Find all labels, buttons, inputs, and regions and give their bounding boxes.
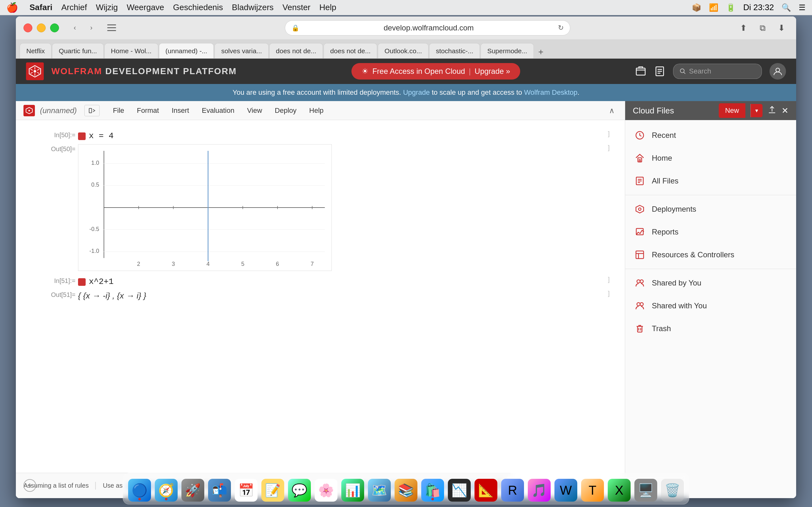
dock-launchpad[interactable]: 🚀 — [182, 479, 204, 502]
add-cell-button[interactable]: + — [23, 479, 36, 492]
dock-ibooks[interactable]: 📚 — [395, 479, 417, 502]
dock-photos[interactable]: 🌸 — [315, 479, 338, 502]
reports-icon — [634, 226, 646, 238]
app-name[interactable]: Safari — [30, 3, 52, 12]
dock-numbers[interactable]: 📊 — [341, 479, 364, 502]
cf-item-resources[interactable]: Resources & Controllers — [625, 243, 796, 266]
search-icon[interactable]: 🔍 — [781, 3, 791, 12]
user-avatar-button[interactable] — [769, 63, 786, 79]
menu-help[interactable]: Help — [319, 3, 336, 12]
upload-button[interactable] — [768, 105, 776, 116]
cf-divider-1 — [625, 195, 796, 195]
menu-venster[interactable]: Venster — [283, 3, 310, 12]
menu-file[interactable]: File — [107, 104, 130, 117]
tab-outlook[interactable]: Outlook.co... — [378, 43, 428, 58]
menu-wijzig[interactable]: Wijzig — [96, 3, 118, 12]
tab-home[interactable]: Home - Wol... — [104, 43, 158, 58]
collapse-button[interactable]: ∧ — [606, 104, 617, 118]
dock-r[interactable]: R — [501, 479, 524, 502]
menu-insert[interactable]: Insert — [166, 104, 195, 117]
cf-item-reports[interactable]: Reports — [625, 221, 796, 243]
add-tab-button[interactable]: + — [535, 46, 547, 58]
cf-item-deployments[interactable]: Deployments — [625, 198, 796, 221]
menu-geschiedenis[interactable]: Geschiedenis — [173, 3, 223, 12]
dock-excel[interactable]: X — [608, 479, 630, 502]
cell-bracket-out-51[interactable]: ] — [600, 290, 610, 297]
address-bar[interactable]: 🔒 develop.wolframcloud.com ↻ — [285, 20, 570, 36]
title-bar: ‹ › 🔒 develop.wolframcloud.com ↻ ⬆ — [16, 16, 796, 39]
new-file-dropdown[interactable]: ▾ — [751, 104, 763, 117]
svg-text:1.0: 1.0 — [91, 160, 99, 166]
new-tab-button[interactable]: ⧉ — [756, 21, 769, 35]
upgrade-link[interactable]: Upgrade » — [474, 67, 510, 76]
dock-finder[interactable]: 🔵 — [128, 479, 151, 502]
fullscreen-button[interactable] — [50, 23, 59, 32]
tab-quartic[interactable]: Quartic fun... — [52, 43, 103, 58]
tab-netflix[interactable]: Netflix — [20, 43, 51, 58]
dropbox-icon[interactable]: 📦 — [692, 3, 701, 12]
dock-activity-monitor[interactable]: 📉 — [448, 479, 471, 502]
dock-desktop[interactable]: 🖥️ — [635, 479, 657, 502]
cell-bracket-51[interactable]: ] — [600, 276, 610, 283]
cell-bracket-out-50[interactable]: ] — [600, 144, 610, 271]
download-button[interactable]: ⬇ — [774, 21, 789, 35]
cf-item-all-files[interactable]: All Files — [625, 170, 796, 192]
share-button[interactable]: ⬆ — [737, 21, 751, 35]
tab-does-not-1[interactable]: does not de... — [269, 43, 323, 58]
menu-format[interactable]: Format — [131, 104, 165, 117]
dock-messages[interactable]: 💬 — [288, 479, 311, 502]
dock-word[interactable]: W — [554, 479, 577, 502]
reload-button[interactable]: ↻ — [558, 24, 564, 32]
close-button[interactable] — [23, 23, 32, 32]
cloud-files-close-button[interactable]: ✕ — [781, 106, 789, 116]
dock-appstore[interactable]: 🛍️ — [421, 479, 444, 502]
tab-stochastic[interactable]: stochastic-... — [429, 43, 480, 58]
dock-notes[interactable]: 📝 — [261, 479, 284, 502]
control-center-icon[interactable]: ☰ — [799, 3, 806, 12]
apple-menu[interactable]: 🍎 — [6, 2, 18, 13]
search-box[interactable] — [673, 64, 762, 79]
tab-unnamed[interactable]: (unnamed) -... — [159, 43, 214, 58]
lock-icon: 🔒 — [292, 24, 299, 32]
forward-button[interactable]: › — [84, 21, 98, 35]
cell-text-50[interactable]: x = 4 — [89, 131, 113, 141]
tab-solves[interactable]: solves varia... — [214, 43, 268, 58]
tab-does-not-2[interactable]: does not de... — [323, 43, 377, 58]
dock-safari[interactable]: 🧭 — [155, 479, 177, 502]
menu-archief[interactable]: Archief — [61, 3, 87, 12]
menu-evaluation[interactable]: Evaluation — [196, 104, 240, 117]
cell-bracket-50[interactable]: ] — [600, 130, 610, 137]
minimize-button[interactable] — [37, 23, 46, 32]
cf-item-recent[interactable]: Recent — [625, 124, 796, 147]
upgrade-button[interactable]: ☀ Free Access in Open Cloud | Upgrade » — [351, 63, 520, 79]
notebook-content[interactable]: In[50]:= x = 4 ] Out[50]= — [16, 120, 625, 498]
sidebar-toggle-button[interactable] — [105, 21, 119, 35]
menu-help[interactable]: Help — [304, 104, 329, 117]
cf-item-trash[interactable]: Trash — [625, 317, 796, 340]
menu-deploy[interactable]: Deploy — [269, 104, 302, 117]
menu-bladwijzers[interactable]: Bladwijzers — [232, 3, 274, 12]
dock-itunes[interactable]: 🎵 — [528, 479, 551, 502]
tab-supermode[interactable]: Supermode... — [480, 43, 534, 58]
new-file-button[interactable]: New — [719, 103, 745, 118]
cell-text-51[interactable]: x^2+1 — [89, 277, 113, 286]
cf-item-shared-by-you[interactable]: Shared by You — [625, 272, 796, 294]
dock-matlab[interactable]: 📐 — [474, 479, 497, 502]
dock-calendar[interactable]: 📅 — [235, 479, 258, 502]
search-input[interactable] — [689, 67, 755, 75]
upgrade-notice-link[interactable]: Upgrade — [403, 89, 430, 96]
back-button[interactable]: ‹ — [68, 21, 82, 35]
in-label-50: In[50]:= — [31, 130, 75, 139]
dock-maps[interactable]: 🗺️ — [368, 479, 391, 502]
wolfram-desktop-link[interactable]: Wolfram Desktop — [524, 89, 577, 96]
files-button[interactable] — [635, 66, 647, 77]
documentation-button[interactable] — [654, 66, 665, 77]
cf-item-home[interactable]: Home — [625, 147, 796, 170]
dock-mail[interactable]: 📬 — [208, 479, 231, 502]
dock-trash[interactable]: 🗑️ — [661, 479, 684, 502]
menu-view[interactable]: View — [241, 104, 268, 117]
cf-item-shared-with-you[interactable]: Shared with You — [625, 294, 796, 317]
menu-weergave[interactable]: Weergave — [127, 3, 164, 12]
convert-button[interactable] — [84, 105, 100, 116]
dock-tex[interactable]: T — [581, 479, 604, 502]
